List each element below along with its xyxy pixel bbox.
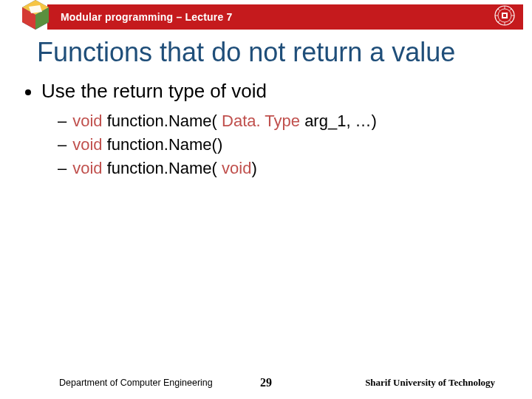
bullet-level1: Use the return type of void (25, 80, 510, 103)
footer-page-number: 29 (260, 376, 272, 389)
footer-department: Department of Computer Engineering (59, 378, 213, 388)
bullet-dash-icon: – (58, 135, 66, 154)
header-bar: Modular programming – Lecture 7 (15, 4, 523, 30)
svg-line-9 (498, 20, 500, 22)
bullet-level2-text: void function.Name( void) (72, 159, 256, 178)
bullet-level2-text: void function.Name( Data. Type arg_1, …) (72, 112, 377, 131)
bullet-level2: – void function.Name( void) (58, 159, 510, 178)
slide: Modular programming – Lecture 7 (0, 0, 532, 399)
svg-point-1 (498, 9, 511, 22)
bullet-dot-icon (25, 89, 31, 95)
svg-line-7 (509, 20, 511, 22)
university-seal-icon (494, 4, 516, 30)
header-course-text: Modular programming – Lecture 7 (61, 11, 233, 23)
footer-university: Sharif University of Technology (365, 377, 495, 389)
slide-title: Functions that do not return a value (37, 37, 510, 68)
svg-line-8 (509, 9, 511, 11)
bullet-level1-text: Use the return type of void (41, 80, 267, 103)
svg-marker-14 (29, 5, 42, 13)
slide-body: Use the return type of void – void funct… (25, 80, 510, 183)
bullet-level2: – void function.Name( Data. Type arg_1, … (58, 112, 510, 131)
course-logo-icon (19, 0, 52, 31)
bullet-dash-icon: – (58, 112, 66, 131)
svg-line-6 (498, 9, 500, 11)
bullet-level2-text: void function.Name() (72, 135, 222, 154)
bullet-dash-icon: – (58, 159, 66, 178)
bullet-level2: – void function.Name() (58, 135, 510, 154)
